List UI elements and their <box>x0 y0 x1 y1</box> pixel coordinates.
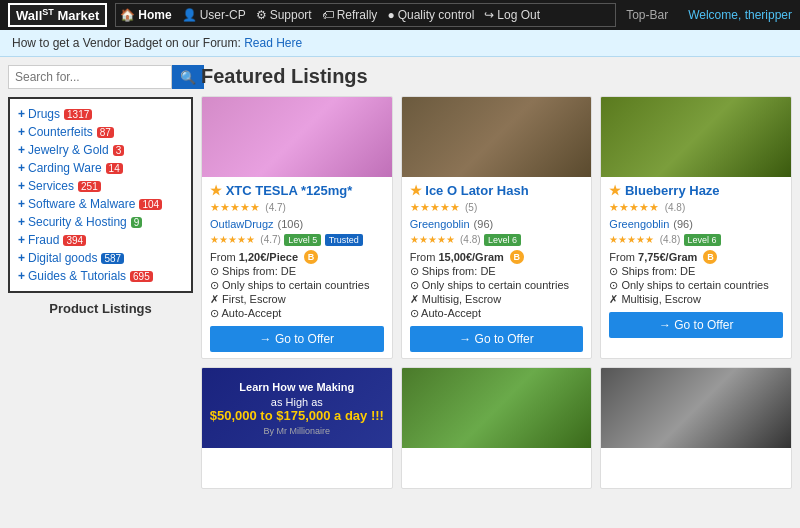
cat-services[interactable]: +Services251 <box>18 177 183 195</box>
trusted-badge-1: Trusted <box>325 234 363 246</box>
seller-3[interactable]: Greengoblin <box>609 218 669 230</box>
level-badge-2: Level 6 <box>484 234 521 246</box>
listing-card-1: ★ XTC TESLA *125mg* ★★★★★ (4.7) OutlawDr… <box>201 96 393 359</box>
topbar-label: Top-Bar <box>626 8 668 22</box>
seller-2[interactable]: Greengoblin <box>410 218 470 230</box>
listing-card-b2 <box>401 367 593 489</box>
nav-refrally[interactable]: 🏷 Refrally <box>322 8 378 22</box>
cat-counterfeits[interactable]: +Counterfeits87 <box>18 123 183 141</box>
listing-card-b3 <box>600 367 792 489</box>
welcome-text: Welcome, theripper <box>688 8 792 22</box>
nav-quality-control[interactable]: ● Quality control <box>387 8 474 22</box>
go-offer-btn-2[interactable]: → Go to Offer <box>410 326 584 352</box>
nav-user-cp[interactable]: 👤 User-CP <box>182 8 246 22</box>
ad-banner: Learn How we Making as High as $50,000 t… <box>202 368 392 448</box>
logo-sup: ST <box>42 7 54 17</box>
logo-text: Wall <box>16 8 42 23</box>
main-layout: 🔍 +Drugs1317 +Counterfeits87 +Jewelry & … <box>0 57 800 497</box>
cat-fraud[interactable]: +Fraud394 <box>18 231 183 249</box>
cat-digital[interactable]: +Digital goods587 <box>18 249 183 267</box>
nav-home[interactable]: 🏠 Home <box>120 8 171 22</box>
cat-guides[interactable]: +Guides & Tutorials695 <box>18 267 183 285</box>
level-badge-1: Level 5 <box>284 234 321 246</box>
cat-carding[interactable]: +Carding Ware14 <box>18 159 183 177</box>
level-badge-3: Level 6 <box>684 234 721 246</box>
logo: WallST Market <box>8 3 107 27</box>
info-banner: How to get a Vendor Badget on our Forum:… <box>0 30 800 57</box>
top-bar: WallST Market 🏠 Home 👤 User-CP ⚙ Support… <box>0 0 800 30</box>
seller-1[interactable]: OutlawDrugz <box>210 218 274 230</box>
sidebar: 🔍 +Drugs1317 +Counterfeits87 +Jewelry & … <box>8 65 193 489</box>
nav-support[interactable]: ⚙ Support <box>256 8 312 22</box>
listings-grid: ★ XTC TESLA *125mg* ★★★★★ (4.7) OutlawDr… <box>201 96 792 489</box>
nav-logout[interactable]: ↪ Log Out <box>484 8 540 22</box>
btc-icon-3: B <box>703 250 717 264</box>
banner-link[interactable]: Read Here <box>244 36 302 50</box>
listing-img-3 <box>601 97 791 177</box>
search-bar: 🔍 <box>8 65 193 89</box>
content: Featured Listings ★ XTC TESLA *125mg* ★★… <box>201 65 792 489</box>
listing-title-1: ★ XTC TESLA *125mg* <box>210 183 384 198</box>
cat-drugs[interactable]: +Drugs1317 <box>18 105 183 123</box>
listing-img-b3 <box>601 368 791 448</box>
logo-rest: Market <box>54 8 100 23</box>
cat-security[interactable]: +Security & Hosting9 <box>18 213 183 231</box>
username: theripper <box>745 8 792 22</box>
listing-title-3: ★ Blueberry Haze <box>609 183 783 198</box>
listing-card-3: ★ Blueberry Haze ★★★★★ (4.8) Greengoblin… <box>600 96 792 359</box>
listing-card-2: ★ Ice O Lator Hash ★★★★★ (5) Greengoblin… <box>401 96 593 359</box>
go-offer-btn-3[interactable]: → Go to Offer <box>609 312 783 338</box>
btc-icon-2: B <box>510 250 524 264</box>
nav-links: 🏠 Home 👤 User-CP ⚙ Support 🏷 Refrally ● … <box>115 3 616 27</box>
listing-title-2: ★ Ice O Lator Hash <box>410 183 584 198</box>
listing-img-1 <box>202 97 392 177</box>
search-input[interactable] <box>8 65 172 89</box>
category-box: +Drugs1317 +Counterfeits87 +Jewelry & Go… <box>8 97 193 293</box>
featured-title: Featured Listings <box>201 65 792 88</box>
cat-software[interactable]: +Software & Malware104 <box>18 195 183 213</box>
listing-card-ad: Learn How we Making as High as $50,000 t… <box>201 367 393 489</box>
btc-icon-1: B <box>304 250 318 264</box>
listing-img-b2 <box>402 368 592 448</box>
sidebar-title: Product Listings <box>8 301 193 316</box>
go-offer-btn-1[interactable]: → Go to Offer <box>210 326 384 352</box>
listing-img-2 <box>402 97 592 177</box>
cat-jewelry[interactable]: +Jewelry & Gold3 <box>18 141 183 159</box>
search-button[interactable]: 🔍 <box>172 65 204 89</box>
